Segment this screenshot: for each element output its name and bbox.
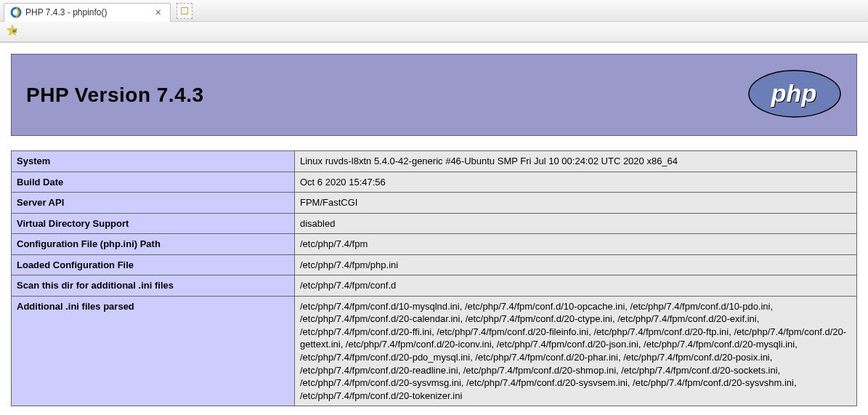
table-row: Scan this dir for additional .ini files …	[12, 275, 857, 297]
table-row: Loaded Configuration File /etc/php/7.4/f…	[12, 254, 857, 275]
row-label: System	[12, 151, 295, 172]
row-label: Scan this dir for additional .ini files	[12, 275, 295, 297]
new-tab-button[interactable]	[177, 3, 192, 19]
php-version-title: PHP Version 7.4.3	[26, 84, 204, 107]
bookmark-bar	[0, 22, 868, 42]
browser-chrome: PHP 7.4.3 - phpinfo() ×	[0, 0, 868, 43]
tab-title: PHP 7.4.3 - phpinfo()	[25, 7, 153, 17]
row-label: Server API	[12, 193, 295, 214]
table-row: Configuration File (php.ini) Path /etc/p…	[12, 234, 857, 255]
table-row: Virtual Directory Support disabled	[12, 213, 857, 234]
ie-favicon-icon	[10, 7, 22, 18]
row-label: Loaded Configuration File	[12, 254, 295, 275]
table-row: Server API FPM/FastCGI	[12, 193, 857, 214]
row-value: Oct 6 2020 15:47:56	[295, 172, 857, 193]
tab-bar: PHP 7.4.3 - phpinfo() ×	[0, 0, 868, 22]
row-value: FPM/FastCGI	[295, 193, 857, 214]
tab-close-icon[interactable]: ×	[153, 7, 164, 18]
svg-point-0	[12, 8, 20, 17]
favorites-star-icon[interactable]	[6, 24, 19, 40]
svg-text:php: php	[771, 79, 816, 107]
php-logo-icon: php php	[747, 69, 842, 121]
table-row: System Linux ruvds-l8xtn 5.4.0-42-generi…	[12, 151, 857, 172]
row-value: /etc/php/7.4/fpm	[295, 234, 857, 255]
row-label: Configuration File (php.ini) Path	[12, 234, 295, 255]
row-value: /etc/php/7.4/fpm/php.ini	[295, 254, 857, 275]
row-label: Additional .ini files parsed	[12, 296, 295, 406]
row-label: Build Date	[12, 172, 295, 193]
row-value: disabled	[295, 213, 857, 234]
row-label: Virtual Directory Support	[12, 213, 295, 234]
row-value: Linux ruvds-l8xtn 5.4.0-42-generic #46-U…	[295, 151, 857, 172]
table-row: Additional .ini files parsed /etc/php/7.…	[12, 296, 857, 406]
phpinfo-table: System Linux ruvds-l8xtn 5.4.0-42-generi…	[11, 150, 857, 406]
table-row: Build Date Oct 6 2020 15:47:56	[12, 172, 857, 193]
phpinfo-header: PHP Version 7.4.3 php php	[11, 54, 857, 136]
row-value: /etc/php/7.4/fpm/conf.d	[295, 275, 857, 297]
new-tab-icon	[181, 7, 188, 15]
browser-tab[interactable]: PHP 7.4.3 - phpinfo() ×	[4, 3, 171, 22]
row-value: /etc/php/7.4/fpm/conf.d/10-mysqlnd.ini, …	[295, 296, 857, 406]
phpinfo-content: PHP Version 7.4.3 php php System Linux r…	[0, 43, 868, 415]
